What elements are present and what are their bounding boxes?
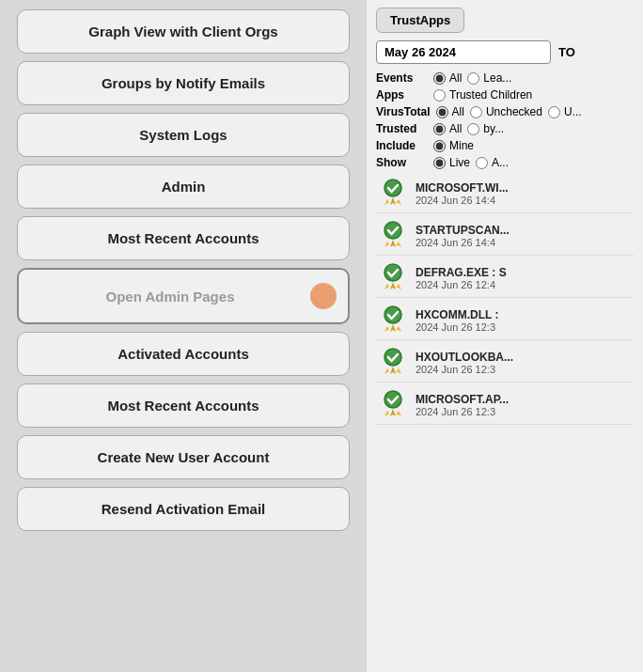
apps-filter-row: Apps Trusted Children bbox=[376, 88, 634, 102]
events-all-label: All bbox=[449, 71, 462, 85]
include-mine-radio[interactable] bbox=[433, 140, 446, 152]
trusted-children-label: Trusted Children bbox=[449, 88, 532, 102]
virustotal-label: VirusTotal bbox=[376, 105, 431, 118]
events-lea-radio[interactable] bbox=[467, 72, 479, 85]
vt-u-radio[interactable] bbox=[548, 106, 560, 118]
svg-marker-23 bbox=[395, 411, 401, 416]
show-live-option[interactable]: Live bbox=[433, 156, 470, 169]
result-item-0[interactable]: MICROSOFT.WI... 2024 Jun 26 14:4 bbox=[376, 175, 634, 213]
result-date-0: 2024 Jun 26 14:4 bbox=[416, 195, 509, 206]
vt-unchecked-option[interactable]: Unchecked bbox=[470, 105, 542, 118]
result-text-2: DEFRAG.EXE : S 2024 Jun 26 12:4 bbox=[416, 266, 507, 290]
show-filter-row: Show Live A... bbox=[376, 156, 634, 169]
most-recent-accounts-button-1[interactable]: Most Recent Accounts bbox=[17, 216, 350, 260]
trusted-by-radio[interactable] bbox=[467, 123, 479, 135]
svg-marker-17 bbox=[390, 367, 396, 374]
show-a-label: A... bbox=[492, 156, 509, 169]
resend-activation-email-button[interactable]: Resend Activation Email bbox=[17, 487, 350, 531]
badge-icon-1 bbox=[378, 221, 408, 251]
svg-point-12 bbox=[384, 306, 401, 323]
svg-marker-5 bbox=[390, 240, 396, 247]
badge-icon-3 bbox=[378, 305, 408, 336]
admin-button[interactable]: Admin bbox=[17, 164, 350, 209]
vt-u-option[interactable]: U... bbox=[548, 105, 582, 118]
result-item-2[interactable]: DEFRAG.EXE : S 2024 Jun 26 12:4 bbox=[376, 259, 634, 298]
vt-all-radio[interactable] bbox=[436, 106, 448, 118]
trusted-children-option[interactable]: Trusted Children bbox=[433, 88, 532, 102]
create-user-account-button[interactable]: Create New User Account bbox=[17, 435, 350, 479]
date-range-row: TO bbox=[376, 40, 634, 64]
badge-icon-4 bbox=[378, 348, 408, 378]
result-text-5: MICROSOFT.AP... 2024 Jun 26 12:3 bbox=[416, 393, 509, 417]
date-from-input[interactable] bbox=[376, 40, 551, 64]
filter-section: Events All Lea... Apps Trusted Children … bbox=[376, 71, 634, 169]
svg-marker-13 bbox=[390, 324, 396, 332]
open-admin-label: Open Admin Pages bbox=[30, 289, 310, 305]
trust-apps-button[interactable]: TrustApps bbox=[376, 8, 464, 33]
trusted-all-option[interactable]: All bbox=[433, 122, 462, 135]
show-label: Show bbox=[376, 156, 428, 169]
svg-marker-6 bbox=[384, 242, 391, 247]
include-mine-option[interactable]: Mine bbox=[433, 139, 474, 152]
trusted-by-option[interactable]: by... bbox=[467, 122, 504, 135]
groups-notify-button[interactable]: Groups by Notify Emails bbox=[17, 61, 350, 105]
result-item-1[interactable]: STARTUPSCAN... 2024 Jun 26 14:4 bbox=[376, 217, 634, 256]
trusted-children-radio[interactable] bbox=[433, 89, 446, 102]
graph-view-button[interactable]: Graph View with Client Orgs bbox=[17, 9, 350, 54]
trusted-label: Trusted bbox=[376, 122, 428, 135]
svg-marker-11 bbox=[395, 284, 401, 289]
result-date-2: 2024 Jun 26 12:4 bbox=[416, 279, 507, 290]
show-a-radio[interactable] bbox=[476, 157, 488, 169]
include-mine-label: Mine bbox=[449, 139, 474, 152]
vt-all-option[interactable]: All bbox=[436, 105, 464, 118]
svg-marker-21 bbox=[390, 409, 396, 416]
virustotal-filter-row: VirusTotal All Unchecked U... bbox=[376, 105, 634, 118]
result-name-3: HXCOMM.DLL : bbox=[416, 308, 498, 321]
svg-point-20 bbox=[384, 391, 401, 408]
include-label: Include bbox=[376, 139, 428, 152]
date-to-label: TO bbox=[558, 45, 575, 59]
svg-marker-10 bbox=[384, 284, 391, 289]
result-item-3[interactable]: HXCOMM.DLL : 2024 Jun 26 12:3 bbox=[376, 302, 634, 340]
events-all-option[interactable]: All bbox=[433, 71, 462, 85]
left-navigation-panel: Graph View with Client Orgs Groups by No… bbox=[0, 0, 367, 672]
vt-u-label: U... bbox=[564, 105, 582, 118]
right-content-panel: TrustApps TO Events All Lea... Apps Trus… bbox=[367, 0, 643, 672]
trusted-all-radio[interactable] bbox=[433, 123, 446, 135]
result-item-4[interactable]: HXOUTLOOKBA... 2024 Jun 26 12:3 bbox=[376, 344, 634, 383]
svg-marker-7 bbox=[395, 242, 401, 247]
result-date-3: 2024 Jun 26 12:3 bbox=[416, 321, 498, 333]
show-live-radio[interactable] bbox=[433, 157, 446, 169]
svg-marker-19 bbox=[395, 368, 401, 374]
result-text-0: MICROSOFT.WI... 2024 Jun 26 14:4 bbox=[416, 181, 509, 206]
result-item-5[interactable]: MICROSOFT.AP... 2024 Jun 26 12:3 bbox=[376, 386, 634, 425]
badge-icon-2 bbox=[378, 263, 408, 293]
svg-marker-1 bbox=[390, 197, 396, 205]
svg-point-4 bbox=[384, 222, 401, 239]
open-admin-pages-button[interactable]: Open Admin Pages bbox=[17, 268, 350, 324]
show-live-label: Live bbox=[449, 156, 470, 169]
result-date-1: 2024 Jun 26 14:4 bbox=[416, 237, 510, 248]
results-list: MICROSOFT.WI... 2024 Jun 26 14:4 STARTUP… bbox=[376, 175, 634, 664]
show-a-option[interactable]: A... bbox=[476, 156, 509, 169]
svg-point-0 bbox=[384, 180, 401, 196]
vt-all-label: All bbox=[452, 105, 464, 118]
result-name-2: DEFRAG.EXE : S bbox=[416, 266, 507, 279]
result-name-4: HXOUTLOOKBA... bbox=[416, 351, 513, 364]
activated-accounts-button[interactable]: Activated Accounts bbox=[17, 332, 350, 376]
events-all-radio[interactable] bbox=[433, 72, 446, 85]
events-lea-option[interactable]: Lea... bbox=[467, 71, 511, 85]
svg-marker-15 bbox=[395, 326, 401, 332]
svg-marker-14 bbox=[384, 326, 391, 332]
events-filter-row: Events All Lea... bbox=[376, 71, 634, 85]
result-name-1: STARTUPSCAN... bbox=[416, 224, 510, 237]
result-text-3: HXCOMM.DLL : 2024 Jun 26 12:3 bbox=[416, 308, 498, 333]
trust-apps-area: TrustApps bbox=[376, 8, 634, 33]
most-recent-accounts-button-2[interactable]: Most Recent Accounts bbox=[17, 383, 350, 428]
result-text-1: STARTUPSCAN... 2024 Jun 26 14:4 bbox=[416, 224, 510, 248]
trusted-filter-row: Trusted All by... bbox=[376, 122, 634, 135]
system-logs-button[interactable]: System Logs bbox=[17, 113, 350, 157]
vt-unchecked-radio[interactable] bbox=[470, 106, 482, 118]
svg-marker-9 bbox=[390, 282, 396, 289]
result-text-4: HXOUTLOOKBA... 2024 Jun 26 12:3 bbox=[416, 351, 513, 375]
